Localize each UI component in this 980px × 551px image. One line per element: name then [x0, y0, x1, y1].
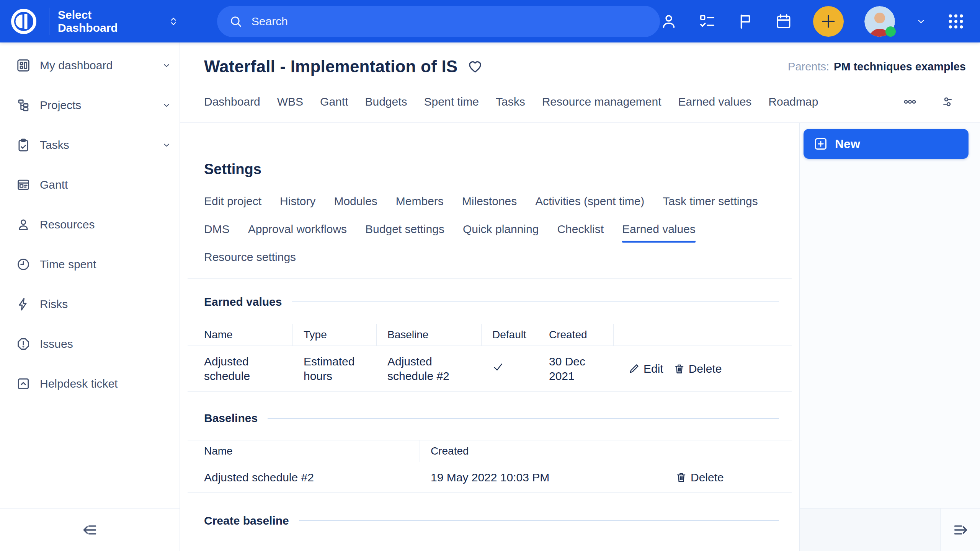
profile-icon[interactable] — [660, 13, 678, 30]
settings-link-quick-planning[interactable]: Quick planning — [463, 222, 539, 243]
settings-link-budget-settings[interactable]: Budget settings — [365, 222, 444, 243]
chevron-down-icon[interactable] — [162, 101, 171, 110]
alert-octagon-icon — [16, 337, 31, 351]
apps-grid-icon[interactable] — [947, 13, 965, 30]
page-options-sliders-icon[interactable] — [941, 95, 954, 109]
settings-link-resource-settings[interactable]: Resource settings — [204, 250, 296, 271]
parents-label: Parents: — [788, 60, 829, 73]
column-header-type: Type — [293, 324, 377, 346]
sidebar-item-projects[interactable]: Projects — [0, 85, 180, 125]
new-button[interactable]: New — [804, 129, 969, 159]
settings-link-milestones[interactable]: Milestones — [462, 194, 517, 215]
my-tasks-icon[interactable] — [698, 13, 716, 30]
tab-wbs[interactable]: WBS — [277, 95, 303, 108]
dashboard-selector[interactable]: Select Dashboard — [58, 8, 179, 34]
tab-budgets[interactable]: Budgets — [365, 95, 407, 108]
gantt-icon — [16, 178, 31, 192]
column-header-baseline: Baseline — [377, 324, 482, 346]
ev-type-cell: Estimated hours — [293, 349, 377, 389]
sidebar-item-issues[interactable]: Issues — [0, 324, 180, 364]
column-header-name: Name — [188, 324, 293, 346]
flag-icon[interactable] — [737, 13, 754, 30]
settings-nav: Edit project History Modules Members Mil… — [204, 194, 775, 271]
favorite-heart-icon[interactable] — [467, 59, 483, 74]
box-arrow-up-icon — [16, 377, 31, 391]
tab-gantt[interactable]: Gantt — [320, 95, 348, 108]
search-input[interactable] — [252, 15, 648, 28]
breadcrumb: Parents: PM techniques examples — [788, 60, 966, 73]
tab-roadmap[interactable]: Roadmap — [768, 95, 818, 108]
tab-earned-values[interactable]: Earned values — [678, 95, 752, 108]
more-tabs-icon[interactable] — [903, 95, 917, 109]
sidebar-item-tasks[interactable]: Tasks — [0, 125, 180, 165]
divider — [188, 278, 792, 279]
earned-values-table: Name Type Baseline Default Created Adjus… — [188, 324, 792, 392]
topbar-separator — [49, 8, 49, 35]
baseline-actions-cell: Delete — [662, 465, 792, 490]
chevron-down-icon[interactable] — [916, 16, 926, 27]
ev-actions-cell: Edit Delete — [614, 356, 792, 381]
pencil-icon — [628, 363, 640, 375]
topbar: Select Dashboard — [0, 0, 980, 42]
search-bar[interactable] — [217, 6, 660, 37]
sidebar-item-risks[interactable]: Risks — [0, 284, 180, 324]
settings-link-dms[interactable]: DMS — [204, 222, 230, 243]
lightning-icon — [16, 297, 31, 311]
tab-resource-management[interactable]: Resource management — [542, 95, 662, 108]
sidebar-item-time-spent[interactable]: Time spent — [0, 245, 180, 284]
edit-button[interactable]: Edit — [628, 362, 663, 376]
tab-spent-time[interactable]: Spent time — [424, 95, 479, 108]
dashboard-icon — [16, 58, 31, 73]
tab-dashboard[interactable]: Dashboard — [204, 95, 260, 108]
create-baseline-section-heading: Create baseline — [204, 514, 779, 527]
delete-button[interactable]: Delete — [675, 470, 724, 485]
settings-link-edit-project[interactable]: Edit project — [204, 194, 261, 215]
default-checkmark-icon — [492, 361, 504, 373]
calendar-icon[interactable] — [775, 13, 792, 30]
sidebar-item-helpdesk-ticket[interactable]: Helpdesk ticket — [0, 364, 180, 404]
right-panel-footer — [800, 508, 980, 551]
settings-link-earned-values-active[interactable]: Earned values — [622, 222, 696, 243]
settings-link-checklist[interactable]: Checklist — [557, 222, 604, 243]
topbar-icons — [660, 6, 980, 37]
plus-square-icon — [813, 137, 828, 151]
baseline-name-cell: Adjusted schedule #2 — [188, 465, 420, 490]
table-row: Adjusted schedule Estimated hours Adjust… — [188, 346, 792, 392]
baseline-created-cell: 19 May 2022 10:03 PM — [420, 465, 662, 490]
settings-link-modules[interactable]: Modules — [334, 194, 377, 215]
column-header-created: Created — [420, 440, 662, 462]
expand-panel-icon[interactable] — [951, 522, 970, 538]
ev-created-cell: 30 Dec 2021 — [538, 349, 614, 389]
ev-default-cell — [482, 356, 538, 381]
tab-tasks[interactable]: Tasks — [496, 95, 525, 108]
page-title: Waterfall - Implementation of IS — [204, 57, 457, 76]
collapse-sidebar-icon[interactable] — [80, 522, 100, 538]
settings-link-activities[interactable]: Activities (spent time) — [535, 194, 644, 215]
parent-project-link[interactable]: PM techniques examples — [834, 60, 966, 73]
column-header-actions — [614, 324, 792, 346]
search-icon — [229, 14, 243, 29]
chevron-updown-icon — [168, 16, 179, 27]
sidebar-item-resources[interactable]: Resources — [0, 205, 180, 245]
earned-values-section-heading: Earned values — [204, 295, 779, 308]
right-panel: New — [799, 123, 980, 551]
add-new-button[interactable] — [813, 6, 844, 37]
settings-link-task-timer[interactable]: Task timer settings — [663, 194, 758, 215]
app-logo-icon[interactable] — [8, 6, 39, 37]
settings-link-approval-workflows[interactable]: Approval workflows — [248, 222, 347, 243]
heading-rule — [268, 418, 779, 419]
column-header-name: Name — [188, 440, 420, 462]
chevron-down-icon[interactable] — [162, 61, 171, 70]
clock-icon — [16, 257, 31, 272]
sidebar: My dashboard Projects Tasks Gantt Resour… — [0, 42, 180, 551]
chevron-down-icon[interactable] — [162, 140, 171, 150]
person-icon — [16, 217, 31, 232]
user-avatar[interactable] — [864, 6, 895, 37]
dashboard-selector-label: Select Dashboard — [58, 8, 149, 34]
online-status-dot — [885, 26, 896, 37]
settings-link-history[interactable]: History — [280, 194, 315, 215]
delete-button[interactable]: Delete — [673, 362, 722, 376]
sidebar-item-gantt[interactable]: Gantt — [0, 165, 180, 205]
sidebar-item-my-dashboard[interactable]: My dashboard — [0, 46, 180, 85]
settings-link-members[interactable]: Members — [396, 194, 444, 215]
